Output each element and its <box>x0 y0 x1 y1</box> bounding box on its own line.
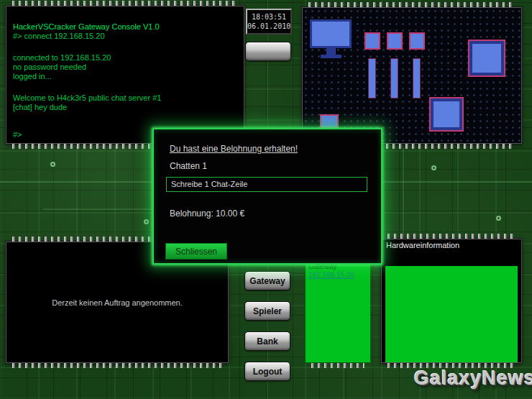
hardware-diagram-panel <box>302 7 522 144</box>
cpu-chip-icon <box>468 40 505 77</box>
nav-spieler-button[interactable]: Spieler <box>244 301 290 321</box>
circuit-trace <box>403 147 404 237</box>
chip-pins-top <box>308 2 515 7</box>
nav-bank-button[interactable]: Bank <box>244 331 290 351</box>
monitor-base-icon <box>321 55 341 58</box>
terminal-panel[interactable]: HackerVSCracker Gateway Console V1.0 #> … <box>6 6 244 144</box>
expansion-slot-icon <box>413 58 421 98</box>
monitor-screen-icon <box>310 19 352 48</box>
terminal-line: [chat] hey dude <box>13 103 238 112</box>
circuit-via <box>144 219 149 224</box>
terminal-line: #> connect 192.168.15.20 <box>13 32 238 41</box>
galaxynews-logo: GalaxyNews <box>414 367 532 390</box>
reward-dialog: Du hast eine Belohnung erhalten! Chatten… <box>152 128 382 265</box>
clock-display: 18:03:51 06.01.2010 <box>246 9 292 35</box>
terminal-output: HackerVSCracker Gateway Console V1.0 #> … <box>13 22 238 112</box>
clock-date: 06.01.2010 <box>247 22 290 31</box>
terminal-line <box>13 41 238 53</box>
ram-module-icon <box>387 32 403 50</box>
clock-time: 18:03:51 <box>247 12 290 22</box>
cpu-chip-icon <box>429 97 464 132</box>
terminal-line: connected to 192.168.15.20 <box>13 53 238 63</box>
terminal-line: HackerVSCracker Gateway Console V1.0 <box>13 22 238 32</box>
gateway-status-panel: Gateway 192.168.15.20 <box>305 253 371 363</box>
game-screen: HackerVSCracker Gateway Console V1.0 #> … <box>0 0 532 399</box>
hardware-panel-title: Hardwareinformation <box>382 239 521 251</box>
terminal-line: Welcome to H4ck3r5 public chat server #1 <box>13 93 238 103</box>
terminal-prompt[interactable]: #> <box>13 130 22 139</box>
chip-pins-top <box>387 234 515 239</box>
chip-pins-bottom <box>311 363 364 368</box>
circuit-via <box>431 165 436 170</box>
terminal-line <box>13 81 238 93</box>
task-name: Chatten 1 <box>170 161 207 171</box>
component-icon <box>320 114 339 129</box>
nav-logout-button[interactable]: Logout <box>244 362 290 381</box>
close-dialog-button[interactable]: Schliessen <box>165 243 227 260</box>
terminal-line: no password needed <box>13 63 238 72</box>
hardware-info-panel: Hardwareinformation <box>381 239 522 363</box>
mission-status-text: Derzeit keinen Auftrag angenommen. <box>52 298 183 307</box>
unlabeled-button[interactable] <box>245 42 291 61</box>
task-description-box: Schreibe 1 Chat-Zeile <box>166 177 367 192</box>
chip-pins-bottom <box>12 363 222 368</box>
circuit-via <box>496 216 501 221</box>
dialog-title: Du hast eine Belohnung erhalten! <box>170 144 298 154</box>
monitor-stand-icon <box>326 48 336 55</box>
ram-module-icon <box>364 32 380 50</box>
chip-pins-top <box>12 1 238 6</box>
gateway-address-link[interactable]: 192.168.15.20 <box>308 271 354 279</box>
ram-module-icon <box>409 32 425 50</box>
expansion-slot-icon <box>368 58 376 98</box>
nav-gateway-button[interactable]: Gateway <box>244 271 290 290</box>
terminal-line: logged in... <box>13 72 238 81</box>
expansion-slot-icon <box>390 58 398 98</box>
reward-amount: Belohnung: 10.00 € <box>170 208 244 219</box>
hardware-content-area <box>385 266 518 362</box>
circuit-via <box>50 162 55 167</box>
